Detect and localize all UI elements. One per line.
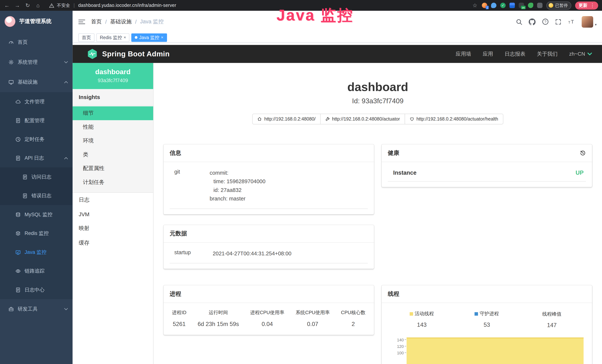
process-col-proc-cpu: 进程CPU使用率 0.04 [250,310,284,327]
forward-icon[interactable]: → [14,3,20,8]
process-col-uptime: 运行时间 6d 23h 15m 59s [198,310,239,327]
hamburger-icon[interactable] [73,19,91,24]
sba-navbar: Spring Boot Admin 应用墙 应用 日志报表 关于我们 zh~CN [73,45,602,63]
process-col-cores: CPU核心数 2 [341,310,366,327]
sidebar-item-home[interactable]: 首页 [0,32,73,52]
extension-icon-leaf[interactable] [528,3,533,8]
sba-frame: Spring Boot Admin 应用墙 应用 日志报表 关于我们 zh~CN… [73,45,602,364]
info-card-title: 信息 [163,144,374,162]
back-icon[interactable]: ← [4,3,10,8]
tab-java-monitor[interactable]: Java 监控 × [131,33,167,42]
status-badge: UP [575,169,585,176]
legend-swatch-yellow-icon [410,312,413,316]
home-icon [257,117,262,121]
service-url-button[interactable]: http://192.168.0.2:48080/ [252,114,320,124]
bookmark-star-icon[interactable]: ☆ [472,3,478,8]
extension-on-badge: on [521,6,526,9]
sidebar-item-dev-tools[interactable]: 研发工具 [0,299,73,319]
instance-header[interactable]: dashboard 93a3fc7f7409 [73,63,153,89]
extension-icon-check[interactable]: ✓ [500,3,505,8]
app-logo[interactable]: 芋道管理系统 [0,11,73,32]
sba-item-scheduled-tasks[interactable]: 计划任务 [73,175,153,189]
sidebar-item-infra[interactable]: 基础设施 [0,72,73,92]
sidebar-item-mysql-monitor[interactable]: MySQL 监控 [0,205,73,224]
sidebar-item-log-center[interactable]: 日志中心 [0,280,73,299]
process-table: 进程ID 5261 运行时间 6d 23h 15m 59s 进程CPU使用率 0… [170,309,368,330]
extension-icon-grid[interactable] [509,3,515,8]
sidebar-item-config[interactable]: 配置管理 [0,111,73,130]
actuator-url-button[interactable]: http://192.168.0.2:48080/actuator [320,114,405,124]
screen-icon [15,249,21,255]
extension-icon-drop[interactable] [491,3,496,8]
paused-button[interactable]: 已暂停 [546,1,571,9]
sba-nav-applications[interactable]: 应用 [483,50,493,57]
kebab-menu-icon[interactable]: ⋮ [590,3,595,8]
update-button[interactable]: 更新 ⋮ [575,1,598,9]
sba-brand[interactable]: Spring Boot Admin [102,50,170,58]
threads-legend: 活动线程 143 守护进程 53 线程峰值 147 [388,309,586,328]
health-url-button[interactable]: http://192.168.0.2:48080/actuator/health [405,114,503,124]
sba-item-mappings[interactable]: 映射 [73,221,153,236]
security-label: 不安全 [57,2,70,8]
reload-icon[interactable]: ↻ [25,3,31,8]
breadcrumb-current: Java 监控 [140,18,163,25]
fullscreen-icon[interactable] [555,19,561,25]
close-icon[interactable]: × [124,35,126,40]
tag-bar: 首页 Redis 监控 × Java 监控 × [73,33,602,43]
sba-nav-journal[interactable]: 日志报表 [505,50,526,57]
update-label: 更新 [579,2,588,8]
sidebar-item-api-logs[interactable]: API 日志 [0,149,73,167]
address-bar[interactable]: 不安全 | dashboard.yudao.iocoder.cn/infra/a… [49,2,176,8]
sba-item-config-props[interactable]: 配置属性 [73,162,153,176]
page-title: dashboard [163,81,592,94]
sidebar-item-error-logs[interactable]: 错误日志 [0,186,73,205]
metadata-row-startup: startup 2021-04-27T00:44:31.254+08:00 [170,248,368,264]
sba-item-classes[interactable]: 类 [73,148,153,162]
search-icon[interactable] [516,19,522,25]
sidebar-item-java-monitor[interactable]: Java 监控 [0,243,73,261]
sba-item-metrics[interactable]: 性能 [73,120,153,134]
history-icon[interactable] [580,150,586,156]
sba-item-details[interactable]: 细节 [73,107,153,120]
extensions-puzzle-icon[interactable] [537,3,542,8]
sba-item-caches[interactable]: 缓存 [73,236,153,250]
sidebar-item-redis-monitor[interactable]: Redis 监控 [0,224,73,243]
legend-live-threads: 活动线程 143 [389,310,454,328]
sba-logo-icon [87,49,97,59]
font-size-icon[interactable]: TT [568,19,575,25]
legend-daemon-threads: 守护进程 53 [454,310,519,328]
help-icon[interactable]: ? [542,18,549,25]
sidebar-item-tracing[interactable]: 链路追踪 [0,261,73,280]
sidebar-item-access-logs[interactable]: 访问日志 [0,167,73,186]
sba-nav-about[interactable]: 关于我们 [537,50,558,57]
instance-links: http://192.168.0.2:48080/ http://192.168… [163,114,592,124]
locale-selector[interactable]: zh~CN [569,51,592,57]
process-col-pid: 进程ID 5261 [172,310,186,327]
sba-item-environment[interactable]: 环境 [73,134,153,148]
breadcrumb-home[interactable]: 首页 [91,18,102,25]
close-icon[interactable]: × [161,35,163,40]
extension-icon-proxy[interactable]: on [519,3,524,8]
sba-nav-wallboard[interactable]: 应用墙 [456,50,471,57]
sba-item-jvm[interactable]: JVM [73,207,153,221]
live-threads-area [406,337,584,364]
tab-redis-monitor[interactable]: Redis 监控 × [97,33,129,42]
briefcase-icon [9,306,14,312]
monitor-icon [9,80,14,85]
metadata-card-title: 元数据 [163,225,374,243]
url-text[interactable]: dashboard.yudao.iocoder.cn/infra/admin-s… [78,3,176,8]
sba-item-logs[interactable]: 日志 [73,193,153,207]
avatar[interactable] [582,16,593,27]
tab-home[interactable]: 首页 [78,33,94,42]
github-icon[interactable] [529,18,536,25]
sidebar-item-scheduled-jobs[interactable]: 定时任务 [0,130,73,149]
home-icon[interactable]: ⌂ [35,3,41,8]
user-menu[interactable]: ▾ [582,16,597,27]
sidebar-item-system[interactable]: 系统管理 [0,52,73,72]
logo-avatar-icon [5,16,15,27]
breadcrumb-infra[interactable]: 基础设施 [110,18,132,25]
chart-plot-area [406,335,585,364]
sidebar-item-files[interactable]: 文件管理 [0,92,73,111]
extension-icon-orange[interactable]: 1 [482,3,487,8]
header-actions: ? TT ▾ [516,16,602,27]
